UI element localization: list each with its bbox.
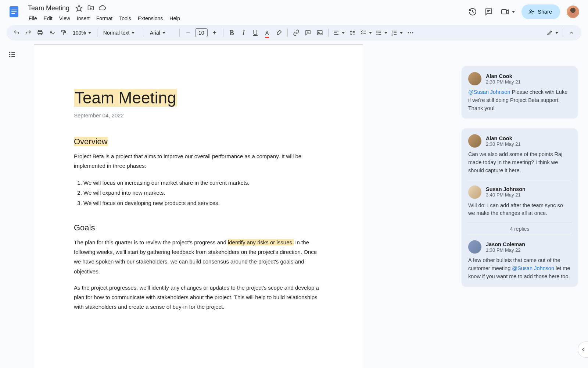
comment-text: Can we also add some of the points Raj m… <box>468 151 571 174</box>
font-size-increase[interactable]: + <box>209 27 220 38</box>
svg-point-44 <box>10 52 10 53</box>
numbered-list-select[interactable]: 123 <box>390 27 404 38</box>
list-item: We will focus on developing new products… <box>83 198 323 208</box>
spellcheck-button[interactable] <box>46 27 57 38</box>
paragraph-style-select[interactable]: Normal text <box>100 27 141 38</box>
comment-author: Alan Cook <box>486 135 521 141</box>
comment-avatar <box>468 185 481 199</box>
docs-logo[interactable] <box>7 3 21 21</box>
svg-point-30 <box>377 32 377 33</box>
list-item: We will expand into new markets. <box>83 188 323 198</box>
redo-button[interactable] <box>23 27 34 38</box>
print-button[interactable] <box>35 27 46 38</box>
italic-button[interactable]: I <box>238 27 249 38</box>
svg-point-45 <box>10 54 10 55</box>
doc-heading-goals: Goals <box>74 223 323 233</box>
comment-time: 2:30 PM May 21 <box>486 79 521 85</box>
comment-text: Will do! I can add after the team sync s… <box>468 202 571 218</box>
menubar: File Edit View Insert Format Tools Exten… <box>26 14 463 23</box>
menu-file[interactable]: File <box>26 14 40 23</box>
mention[interactable]: @Susan Johnson <box>512 265 554 271</box>
doc-phase-list: We will focus on increasing our market s… <box>74 178 323 208</box>
font-size-decrease[interactable]: − <box>183 27 194 38</box>
show-outline-button[interactable] <box>6 48 19 61</box>
svg-point-29 <box>377 31 377 32</box>
highlight-color-button[interactable] <box>273 27 284 38</box>
svg-marker-8 <box>506 10 508 14</box>
bulleted-list-select[interactable] <box>374 27 389 38</box>
doc-heading-title: Team Meeting <box>74 89 323 107</box>
mention[interactable]: @Susan Johnson <box>468 89 510 95</box>
svg-rect-18 <box>317 31 322 35</box>
svg-point-42 <box>410 32 411 33</box>
comments-column: Alan Cook 2:30 PM May 21 @Susan Johnson … <box>456 44 588 368</box>
svg-point-31 <box>377 34 377 35</box>
insert-image-button[interactable] <box>314 27 325 38</box>
collapse-toolbar-button[interactable] <box>566 27 577 38</box>
editing-mode-select[interactable] <box>545 27 560 38</box>
comment-author: Alan Cook <box>486 73 521 79</box>
line-spacing-button[interactable] <box>347 27 358 38</box>
svg-rect-1 <box>11 10 17 10</box>
document-title[interactable]: Team Meeting <box>26 4 72 13</box>
menu-insert[interactable]: Insert <box>74 14 93 23</box>
text-color-button[interactable]: A <box>262 27 273 38</box>
cloud-saved-icon[interactable] <box>99 4 106 12</box>
svg-rect-2 <box>11 11 17 12</box>
underline-button[interactable]: U <box>250 27 261 38</box>
move-icon[interactable] <box>87 4 94 12</box>
comment-author: Jason Coleman <box>486 241 525 247</box>
menu-view[interactable]: View <box>56 14 73 23</box>
svg-point-9 <box>530 10 532 12</box>
svg-marker-4 <box>76 5 82 11</box>
checklist-select[interactable] <box>359 27 373 38</box>
align-select[interactable] <box>331 27 346 38</box>
svg-point-46 <box>10 56 10 57</box>
svg-rect-7 <box>502 10 506 14</box>
add-comment-button[interactable] <box>302 27 313 38</box>
share-label: Share <box>538 9 552 15</box>
share-button[interactable]: Share <box>521 4 560 19</box>
zoom-select[interactable]: 100% <box>70 27 94 38</box>
comment-card[interactable]: Alan Cook 2:30 PM May 21 Can we also add… <box>462 128 578 286</box>
replies-count[interactable]: 4 replies <box>467 223 572 235</box>
undo-button[interactable] <box>11 27 22 38</box>
menu-extensions[interactable]: Extensions <box>135 14 166 23</box>
menu-tools[interactable]: Tools <box>116 14 134 23</box>
insert-link-button[interactable] <box>291 27 302 38</box>
svg-point-43 <box>412 32 413 33</box>
account-avatar[interactable] <box>567 6 579 18</box>
doc-overview-text: Project Beta is a project that aims to i… <box>74 152 323 171</box>
comment-text: @Susan Johnson Please check with Luke if… <box>468 88 571 112</box>
font-select[interactable]: Arial <box>147 27 176 38</box>
comments-icon[interactable] <box>484 7 494 17</box>
meet-icon[interactable] <box>500 7 510 17</box>
doc-goals-p1: The plan for this quarter is to review t… <box>74 238 323 276</box>
menu-format[interactable]: Format <box>93 14 115 23</box>
comment-avatar <box>468 72 481 85</box>
doc-goals-p2: As the project progresses, we'll identif… <box>74 283 323 312</box>
svg-rect-15 <box>62 30 65 32</box>
history-icon[interactable] <box>468 7 477 17</box>
comment-avatar <box>468 134 481 148</box>
menu-edit[interactable]: Edit <box>41 14 55 23</box>
star-icon[interactable] <box>75 4 83 12</box>
comment-time: 1:30 PM May 22 <box>486 247 525 253</box>
comment-author: Susan Johnson <box>486 186 526 192</box>
comment-card[interactable]: Alan Cook 2:30 PM May 21 @Susan Johnson … <box>462 66 578 118</box>
more-tools-button[interactable] <box>405 27 416 38</box>
comment-avatar <box>468 240 481 254</box>
svg-point-41 <box>408 32 409 33</box>
font-size-input[interactable]: 10 <box>195 28 208 37</box>
menu-help[interactable]: Help <box>166 14 183 23</box>
svg-rect-3 <box>11 13 15 14</box>
doc-heading-overview: Overview <box>74 137 323 146</box>
comment-text: A few other bullets that came out of the… <box>468 256 571 280</box>
toolbar: 100% Normal text Arial − 10 + B I U A 12… <box>7 25 581 40</box>
document-page[interactable]: Team Meeting September 04, 2022 Overview… <box>34 44 363 368</box>
comment-time: 3:40 PM May 21 <box>486 192 526 198</box>
paint-format-button[interactable] <box>58 27 69 38</box>
bold-button[interactable]: B <box>226 27 237 38</box>
comment-time: 2:30 PM May 21 <box>486 141 521 147</box>
doc-date: September 04, 2022 <box>74 112 323 118</box>
